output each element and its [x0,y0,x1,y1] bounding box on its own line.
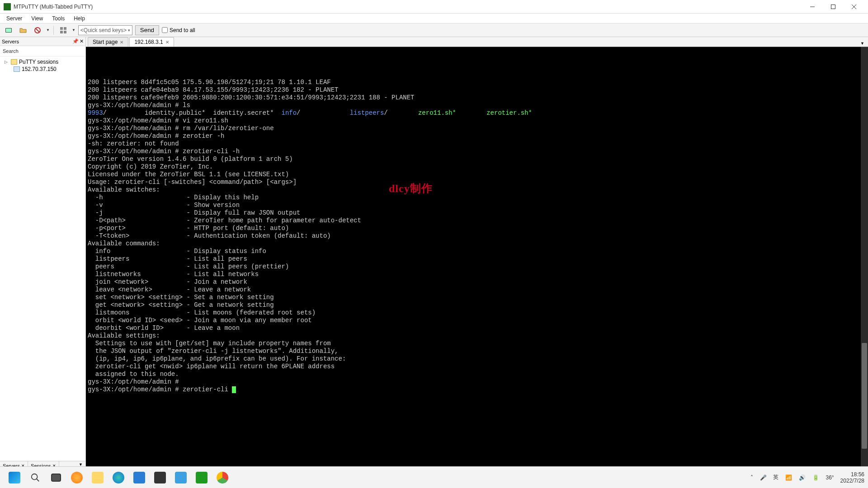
taskbar-apps [5,469,231,487]
toolbar-disconnect-icon[interactable] [32,25,43,36]
microphone-icon[interactable]: 🎤 [760,474,767,481]
sidebar: Servers 📌 ✕ Search ▷ PuTTY sessions 152.… [0,37,86,470]
system-tray: ˄ 🎤 英 📶 🔊 🔋 36° 18:56 2022/7/28 [750,471,864,484]
start-button[interactable] [5,469,24,487]
tray-language[interactable]: 英 [773,474,778,481]
firefox-icon[interactable] [68,469,86,487]
terminal-line: 200 listpeers cafe04eba9 84.17.53.155/99… [88,86,866,94]
sidebar-pin-icon[interactable]: 📌 [72,38,79,44]
tree-expand-icon[interactable]: ▷ [5,60,9,64]
terminal-line: gys-3X:/opt/home/admin # zerotier-cli [88,386,866,394]
tree-session-item[interactable]: 152.70.37.150 [2,66,84,73]
toolbar-separator [53,26,54,35]
terminal-line: Available commands: [88,240,866,248]
quick-send-combo[interactable]: <Quick send keys> ▾ [78,25,132,35]
scrollbar-thumb[interactable] [862,343,867,449]
main-area: Servers 📌 ✕ Search ▷ PuTTY sessions 152.… [0,37,868,470]
explorer-icon[interactable] [89,469,107,487]
volume-icon[interactable]: 🔊 [798,474,806,481]
menu-server[interactable]: Server [2,14,27,23]
menu-tools[interactable]: Tools [47,14,69,23]
tray-overflow-icon[interactable]: ˄ [750,474,753,481]
terminal-line: gys-3X:/opt/home/admin # [88,378,866,386]
tab-close-icon[interactable]: ✕ [165,40,169,45]
wifi-icon[interactable]: 📶 [785,474,792,481]
terminal-icon[interactable] [151,469,169,487]
tree-root-label: PuTTY sessions [19,59,58,65]
terminal-line: peers - List all peers (prettier) [88,263,866,271]
sidebar-close-icon[interactable]: ✕ [80,38,84,44]
sidebar-title: Servers [2,39,19,44]
toolbar-layout-dropdown-icon[interactable]: ▼ [72,28,75,32]
terminal-line: 9993/ identity.public* identity.secret* … [88,109,866,117]
send-to-all-label: Send to all [170,27,195,33]
svg-point-12 [32,474,38,479]
sidebar-header: Servers 📌 ✕ [0,37,85,46]
tray-temperature[interactable]: 36° [826,474,834,481]
tab-start-label: Start page [93,39,118,45]
battery-icon[interactable]: 🔋 [812,474,819,481]
close-button[interactable] [844,0,864,14]
terminal-line: assigned to this node. [88,371,866,378]
edge-icon[interactable] [109,469,127,487]
svg-rect-5 [6,28,11,32]
terminal-line: orbit <world ID> <seed> - Join a moon vi… [88,317,866,324]
terminal-line: Usage: zerotier-cli [-switches] <command… [88,178,866,186]
svg-rect-9 [64,27,66,30]
toolbar-open-icon[interactable] [17,25,29,36]
terminal-line: gys-3X:/opt/home/admin # zerotier -h [88,132,866,140]
computer-icon [14,66,20,72]
tab-start-page[interactable]: Start page ✕ [88,37,128,47]
terminal[interactable]: dlcy制作 200 listpeers 8d4f1c5c05 175.5.90… [86,47,868,470]
task-view-icon[interactable] [47,469,65,487]
svg-rect-8 [60,27,63,30]
terminal-line: deorbit <world ID> - Leave a moon [88,324,866,332]
chrome-icon[interactable] [213,469,231,487]
send-to-all-checkbox[interactable]: Send to all [162,27,195,33]
terminal-line: gys-3X:/opt/home/admin # ls [88,102,866,109]
tabstrip: Start page ✕ 192.168.3.1 ✕ ▼ [86,37,868,47]
tab-close-icon[interactable]: ✕ [120,40,123,45]
menu-help[interactable]: Help [69,14,90,23]
terminal-scrollbar[interactable] [861,47,868,470]
sidebar-search-row: Search [0,46,85,56]
tray-time: 18:56 [840,471,864,478]
terminal-line: (ip, ip4, ip6, ip6plane, and ip6prefix c… [88,355,866,363]
toolbar-layout-icon[interactable] [57,25,69,36]
send-button[interactable]: Send [135,25,159,35]
app-icon[interactable] [172,469,190,487]
tray-clock[interactable]: 18:56 2022/7/28 [840,471,864,484]
tree-root-item[interactable]: ▷ PuTTY sessions [2,58,84,66]
terminal-line: 200 listpeers cafe9efeb9 2605:9880:200:1… [88,94,866,102]
terminal-line: set <network> <setting> - Set a network … [88,294,866,301]
tabstrip-dropdown-icon[interactable]: ▼ [857,40,868,47]
svg-line-7 [36,28,39,32]
tab-active-session[interactable]: 192.168.3.1 ✕ [129,37,174,47]
content-area: Start page ✕ 192.168.3.1 ✕ ▼ dlcy制作 200 … [86,37,868,470]
menu-view[interactable]: View [27,14,47,23]
session-tree: ▷ PuTTY sessions 152.70.37.150 [0,56,85,461]
chevron-down-icon: ▾ [128,28,130,33]
terminal-line: -p<port> - HTTP port (default: auto) [88,225,866,232]
terminal-line: Available settings: [88,332,866,340]
search-icon[interactable] [26,469,44,487]
terminal-line: -v - Show version [88,202,866,209]
svg-rect-10 [60,31,63,33]
app-icon [4,3,11,10]
terminal-line: 200 listpeers 8d4f1c5c05 175.5.90.198/51… [88,79,866,86]
terminal-cursor [232,386,236,393]
terminal-line: Copyright (c) 2019 ZeroTier, Inc. [88,163,866,171]
window-title: MTPuTTY (Multi-Tabbed PuTTY) [14,4,802,10]
minimize-button[interactable] [802,0,823,14]
toolbar-new-session-icon[interactable] [3,25,14,36]
send-to-all-input[interactable] [162,27,168,33]
terminal-line: Licensed under the ZeroTier BSL 1.1 (see… [88,171,866,178]
store-icon[interactable] [130,469,148,487]
terminal-line: -sh: zerotier: not found [88,140,866,148]
toolbar: ▼ ▼ <Quick send keys> ▾ Send Send to all [0,23,868,37]
tree-session-label: 152.70.37.150 [22,66,57,72]
mtputty-icon[interactable] [193,469,211,487]
maximize-button[interactable] [823,0,844,14]
folder-icon [11,59,17,65]
toolbar-dropdown-arrow-icon[interactable]: ▼ [46,28,50,32]
